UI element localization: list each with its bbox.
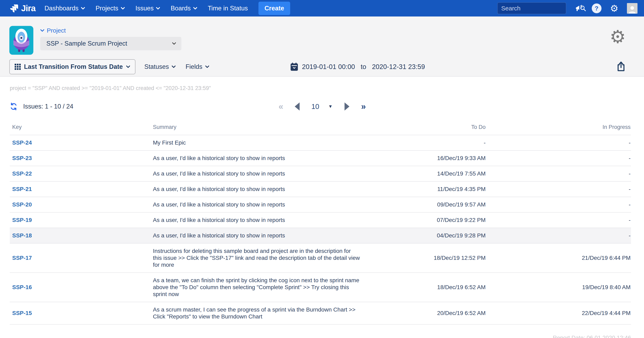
inprogress-date-cell: -	[486, 135, 631, 150]
jira-logo[interactable]: Jira	[10, 4, 36, 13]
chevron-down-icon	[40, 29, 44, 32]
inprogress-date-cell: 19/Dec/19 8:40 AM	[486, 273, 631, 302]
chevron-down-icon	[156, 7, 160, 10]
table-row: SSP-21As a user, I'd like a historical s…	[10, 182, 631, 197]
issue-key-link[interactable]: SSP-15	[12, 310, 32, 316]
nav-menu: Dashboards Projects Issues Boards Time i…	[44, 5, 248, 12]
nav-right: ? ⚙	[498, 3, 638, 14]
nav-item-time-in-status[interactable]: Time in Status	[208, 5, 248, 12]
todo-date-cell: 20/Dec/19 6:52 AM	[366, 302, 486, 324]
jira-logo-text: Jira	[21, 4, 36, 13]
jql-query-text: project = "SSP" AND created >= "2019-01-…	[0, 77, 644, 91]
nav-item-boards[interactable]: Boards	[170, 5, 197, 12]
project-avatar	[9, 26, 33, 55]
column-header-summary[interactable]: Summary	[150, 120, 366, 135]
issue-summary: As a user, I'd like a historical story t…	[153, 201, 285, 208]
issue-summary: Instructions for deleting this sample bo…	[153, 248, 360, 268]
refresh-icon[interactable]	[10, 103, 18, 110]
field-selector-button[interactable]: Last Transition From Status Date	[9, 59, 136, 74]
inprogress-date-cell: -	[486, 228, 631, 243]
issue-summary: My First Epic	[153, 139, 186, 146]
report-header: Project SSP - Sample Scrum Project ⚙ Las…	[0, 17, 644, 77]
issue-key-link[interactable]: SSP-20	[12, 201, 32, 208]
issue-summary: As a user, I'd like a historical story t…	[153, 155, 285, 162]
issue-key-link[interactable]: SSP-17	[12, 255, 32, 261]
statuses-label: Statuses	[144, 63, 169, 70]
chevron-down-icon	[81, 7, 85, 10]
jira-logo-icon	[10, 4, 19, 13]
table-row: SSP-22As a user, I'd like a historical s…	[10, 166, 631, 182]
issue-key-link[interactable]: SSP-18	[12, 232, 32, 239]
fields-label: Fields	[186, 63, 202, 70]
date-to: 2020-12-31 23:59	[372, 63, 425, 71]
nav-item-label: Dashboards	[44, 5, 78, 12]
last-page-button[interactable]: »	[361, 102, 366, 111]
todo-date-cell: 04/Dec/19 9:28 PM	[366, 228, 486, 243]
project-collapse-toggle[interactable]: Project	[40, 27, 182, 34]
issues-count: Issues: 1 - 10 / 24	[23, 103, 73, 110]
column-header-key[interactable]: Key	[10, 120, 150, 135]
next-page-button[interactable]	[344, 102, 349, 111]
table-row: SSP-24My First Epic--	[10, 135, 631, 150]
fields-dropdown[interactable]: Fields	[186, 63, 209, 70]
issues-table: Key Summary To Do In Progress SSP-24My F…	[10, 120, 631, 324]
column-header-todo[interactable]: To Do	[366, 120, 486, 135]
issues-table-body: SSP-24My First Epic--SSP-23As a user, I'…	[10, 135, 631, 324]
chevron-down-icon	[121, 7, 125, 10]
announcement-icon[interactable]	[575, 4, 583, 13]
nav-item-label: Time in Status	[208, 5, 248, 12]
report-body: project = "SSP" AND created >= "2019-01-…	[0, 77, 644, 338]
page-size-select[interactable]: 10 ▼	[311, 102, 333, 111]
inprogress-date-cell: 22/Dec/19 4:44 PM	[486, 302, 631, 324]
search-box[interactable]	[498, 3, 566, 14]
nav-item-label: Projects	[96, 5, 118, 12]
inprogress-date-cell: 21/Dec/19 6:44 PM	[486, 243, 631, 273]
export-icon[interactable]	[616, 61, 626, 72]
inprogress-date-cell: -	[486, 150, 631, 166]
project-select[interactable]: SSP - Sample Scrum Project	[40, 37, 182, 50]
help-icon[interactable]: ?	[592, 4, 602, 13]
nav-item-dashboards[interactable]: Dashboards	[44, 5, 85, 12]
issue-key-link[interactable]: SSP-23	[12, 155, 32, 161]
page-size-value: 10	[311, 102, 319, 111]
issue-key-link[interactable]: SSP-22	[12, 171, 32, 177]
statuses-dropdown[interactable]: Statuses	[144, 63, 176, 70]
nav-item-label: Issues	[136, 5, 154, 12]
settings-icon[interactable]: ⚙	[610, 4, 618, 13]
table-row: SSP-23As a user, I'd like a historical s…	[10, 150, 631, 166]
todo-date-cell: 16/Dec/19 9:33 AM	[366, 150, 486, 166]
prev-page-button[interactable]	[295, 102, 300, 111]
todo-date-cell: 18/Dec/19 12:52 PM	[366, 243, 486, 273]
table-header-row: Key Summary To Do In Progress	[10, 120, 631, 135]
table-row: SSP-17Instructions for deleting this sam…	[10, 243, 631, 273]
todo-date-cell: 11/Dec/19 4:35 PM	[366, 182, 486, 197]
todo-date-cell: 09/Dec/19 9:57 AM	[366, 197, 486, 212]
issue-key-link[interactable]: SSP-19	[12, 217, 32, 223]
issue-key-link[interactable]: SSP-21	[12, 186, 32, 192]
issue-summary: As a team, we can finish the sprint by c…	[153, 277, 360, 298]
report-settings-gear-icon[interactable]: ⚙	[610, 28, 626, 46]
inprogress-date-cell: -	[486, 197, 631, 212]
nav-item-issues[interactable]: Issues	[136, 5, 160, 12]
field-selector-label: Last Transition From Status Date	[24, 63, 123, 70]
project-select-value: SSP - Sample Scrum Project	[46, 40, 127, 47]
chevron-down-icon	[126, 65, 130, 68]
create-button[interactable]: Create	[258, 2, 290, 15]
table-row: SSP-15As a scrum master, I can see the p…	[10, 302, 631, 324]
toolbar: Last Transition From Status Date Statuse…	[9, 59, 631, 74]
issue-key-link[interactable]: SSP-24	[12, 139, 32, 146]
issue-summary: As a user, I'd like a historical story t…	[153, 170, 285, 177]
date-range-picker[interactable]: 2019-01-01 00:00 to 2020-12-31 23:59	[290, 63, 425, 71]
inprogress-date-cell: -	[486, 212, 631, 228]
todo-date-cell: -	[366, 135, 486, 150]
top-nav: Jira Dashboards Projects Issues Boards T…	[0, 0, 644, 17]
issue-key-link[interactable]: SSP-16	[12, 284, 32, 290]
column-header-inprogress[interactable]: In Progress	[486, 120, 631, 135]
search-input[interactable]	[501, 5, 580, 12]
pagination-top: « 10 ▼ »	[278, 102, 366, 111]
nav-item-projects[interactable]: Projects	[96, 5, 125, 12]
first-page-button[interactable]: «	[278, 102, 283, 111]
table-row: SSP-20As a user, I'd like a historical s…	[10, 197, 631, 212]
user-avatar[interactable]	[627, 3, 638, 14]
inprogress-date-cell: -	[486, 166, 631, 182]
